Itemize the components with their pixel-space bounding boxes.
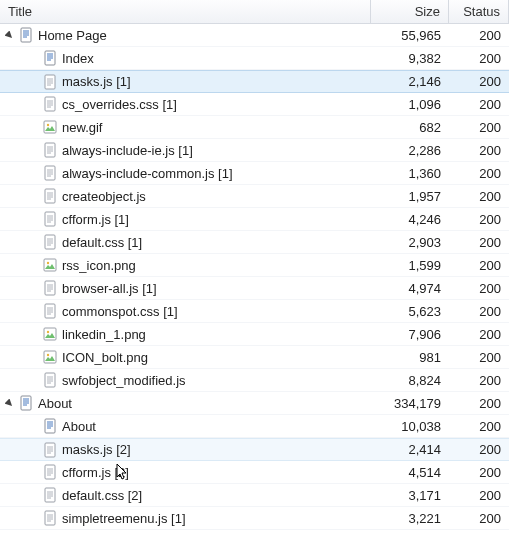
tree-row[interactable]: Index9,382200 <box>0 47 509 70</box>
row-size: 334,179 <box>371 396 449 411</box>
row-title: cfform.js [2] <box>62 465 129 480</box>
tree-row[interactable]: cs_overrides.css [1]1,096200 <box>0 93 509 116</box>
expander-icon[interactable] <box>4 30 14 40</box>
row-size: 4,246 <box>371 212 449 227</box>
row-size: 7,906 <box>371 327 449 342</box>
file-icon <box>42 372 58 388</box>
row-status: 200 <box>449 419 509 434</box>
column-header-row: Title Size Status <box>0 0 509 24</box>
tree-row[interactable]: default.css [1]2,903200 <box>0 231 509 254</box>
row-size: 8,824 <box>371 373 449 388</box>
title-cell: commonspot.css [1] <box>0 303 371 319</box>
row-title: masks.js [1] <box>62 74 131 89</box>
row-status: 200 <box>449 304 509 319</box>
tree-row[interactable]: browser-all.js [1]4,974200 <box>0 277 509 300</box>
tree-row[interactable]: simpletreemenu.js [1]3,221200 <box>0 507 509 530</box>
title-cell: rss_icon.png <box>0 257 371 273</box>
row-status: 200 <box>449 465 509 480</box>
file-icon <box>42 188 58 204</box>
row-title: always-include-ie.js [1] <box>62 143 193 158</box>
row-status: 200 <box>449 28 509 43</box>
column-header-status[interactable]: Status <box>449 0 509 23</box>
tree-row[interactable]: always-include-common.js [1]1,360200 <box>0 162 509 185</box>
row-title: createobject.js <box>62 189 146 204</box>
title-cell: default.css [2] <box>0 487 371 503</box>
row-status: 200 <box>449 488 509 503</box>
row-title: swfobject_modified.js <box>62 373 186 388</box>
tree-row[interactable]: Home Page55,965200 <box>0 24 509 47</box>
tree-row[interactable]: swfobject_modified.js8,824200 <box>0 369 509 392</box>
tree-row[interactable]: new.gif682200 <box>0 116 509 139</box>
tree-body: Home Page55,965200Index9,382200masks.js … <box>0 24 509 530</box>
row-title: Index <box>62 51 94 66</box>
image-icon <box>42 326 58 342</box>
title-cell: simpletreemenu.js [1] <box>0 510 371 526</box>
tree-row[interactable]: rss_icon.png1,599200 <box>0 254 509 277</box>
row-status: 200 <box>449 97 509 112</box>
image-icon <box>42 119 58 135</box>
title-cell: Index <box>0 50 371 66</box>
row-title: ICON_bolt.png <box>62 350 148 365</box>
row-size: 4,514 <box>371 465 449 480</box>
row-size: 9,382 <box>371 51 449 66</box>
file-icon <box>42 464 58 480</box>
image-icon <box>42 349 58 365</box>
row-title: default.css [1] <box>62 235 142 250</box>
row-status: 200 <box>449 166 509 181</box>
row-status: 200 <box>449 373 509 388</box>
title-cell: cs_overrides.css [1] <box>0 96 371 112</box>
row-size: 3,171 <box>371 488 449 503</box>
tree-row[interactable]: commonspot.css [1]5,623200 <box>0 300 509 323</box>
file-icon <box>42 74 58 90</box>
row-status: 200 <box>449 442 509 457</box>
title-cell: browser-all.js [1] <box>0 280 371 296</box>
row-size: 1,957 <box>371 189 449 204</box>
title-cell: About <box>0 418 371 434</box>
row-title: always-include-common.js [1] <box>62 166 233 181</box>
row-title: About <box>38 396 72 411</box>
column-header-title[interactable]: Title <box>0 0 371 23</box>
tree-row[interactable]: createobject.js1,957200 <box>0 185 509 208</box>
tree-row[interactable]: masks.js [2]2,414200 <box>0 438 509 461</box>
file-icon <box>42 142 58 158</box>
column-header-size[interactable]: Size <box>371 0 449 23</box>
document-icon <box>42 50 58 66</box>
row-status: 200 <box>449 511 509 526</box>
file-icon <box>42 487 58 503</box>
expander-icon[interactable] <box>4 398 14 408</box>
file-icon <box>42 510 58 526</box>
tree-row[interactable]: cfform.js [2]4,514200 <box>0 461 509 484</box>
image-icon <box>42 257 58 273</box>
row-title: commonspot.css [1] <box>62 304 178 319</box>
file-icon <box>42 303 58 319</box>
row-title: simpletreemenu.js [1] <box>62 511 186 526</box>
row-size: 2,286 <box>371 143 449 158</box>
tree-row[interactable]: masks.js [1]2,146200 <box>0 70 509 93</box>
file-icon <box>42 280 58 296</box>
row-size: 2,146 <box>371 74 449 89</box>
tree-row[interactable]: About334,179200 <box>0 392 509 415</box>
tree-row[interactable]: About10,038200 <box>0 415 509 438</box>
row-title: browser-all.js [1] <box>62 281 157 296</box>
row-title: new.gif <box>62 120 102 135</box>
document-icon <box>18 395 34 411</box>
row-size: 1,599 <box>371 258 449 273</box>
row-title: masks.js [2] <box>62 442 131 457</box>
row-size: 55,965 <box>371 28 449 43</box>
title-cell: ICON_bolt.png <box>0 349 371 365</box>
row-status: 200 <box>449 74 509 89</box>
tree-row[interactable]: default.css [2]3,171200 <box>0 484 509 507</box>
row-status: 200 <box>449 143 509 158</box>
row-title: cfform.js [1] <box>62 212 129 227</box>
file-icon <box>42 234 58 250</box>
row-size: 2,414 <box>371 442 449 457</box>
tree-row[interactable]: cfform.js [1]4,246200 <box>0 208 509 231</box>
row-title: linkedin_1.png <box>62 327 146 342</box>
row-title: rss_icon.png <box>62 258 136 273</box>
tree-row[interactable]: always-include-ie.js [1]2,286200 <box>0 139 509 162</box>
row-status: 200 <box>449 51 509 66</box>
tree-row[interactable]: linkedin_1.png7,906200 <box>0 323 509 346</box>
tree-row[interactable]: ICON_bolt.png981200 <box>0 346 509 369</box>
title-cell: cfform.js [1] <box>0 211 371 227</box>
row-size: 3,221 <box>371 511 449 526</box>
